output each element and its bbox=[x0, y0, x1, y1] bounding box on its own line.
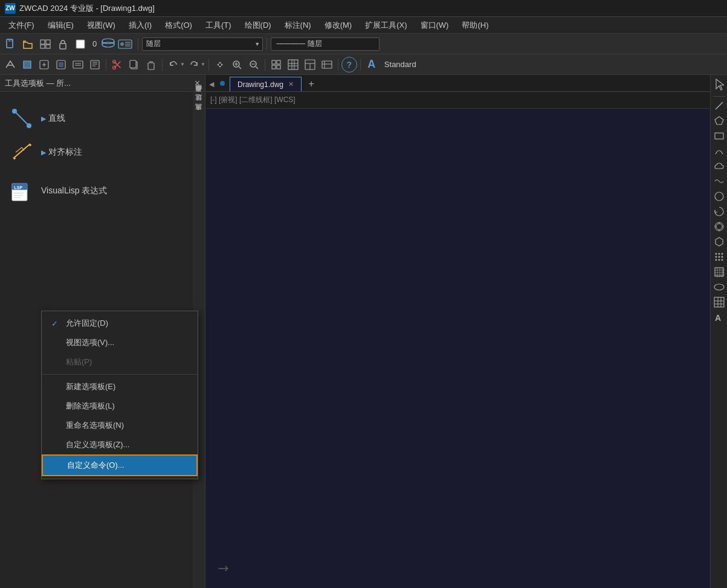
lsp-label: VisualLisp 表达式 bbox=[41, 186, 107, 196]
toolbar2-sep6 bbox=[360, 59, 361, 71]
layer-dropdown-container[interactable] bbox=[100, 37, 134, 51]
menu-modify[interactable]: 修改(M) bbox=[318, 18, 358, 33]
circle-tool[interactable] bbox=[712, 189, 726, 204]
line-tool-right[interactable] bbox=[712, 99, 726, 113]
help-button[interactable]: ? bbox=[341, 57, 357, 73]
svg-line-39 bbox=[256, 66, 258, 69]
tb1-btn3[interactable] bbox=[37, 36, 53, 52]
pan-button[interactable] bbox=[212, 57, 228, 73]
rectangle-tool[interactable] bbox=[712, 129, 726, 143]
menu-file[interactable]: 文件(F) bbox=[2, 18, 40, 33]
ctx-rename-palette[interactable]: 重命名选项板(N) bbox=[42, 416, 198, 435]
tb1-btn5[interactable] bbox=[73, 36, 88, 52]
snapshot-tool[interactable] bbox=[712, 219, 726, 234]
ctx-customize-palette[interactable]: 自定义选项板(Z)... bbox=[42, 435, 198, 454]
arrow-tool[interactable] bbox=[712, 77, 726, 92]
tb2-btn5[interactable] bbox=[70, 57, 86, 73]
help-icon: ? bbox=[347, 60, 352, 69]
drawing1-tab-close[interactable]: ✕ bbox=[288, 80, 294, 88]
menu-extend[interactable]: 扩展工具(X) bbox=[359, 18, 413, 33]
ellipse-tool[interactable] bbox=[712, 280, 726, 294]
main-area: 工具选项板 — 所... × ▶ 直线 bbox=[0, 75, 727, 588]
partial-circle-tool[interactable] bbox=[712, 204, 726, 219]
undo-arrow[interactable]: ▼ bbox=[180, 62, 185, 67]
ctx-new-palette[interactable]: 新建选项板(E) bbox=[42, 377, 198, 396]
tb2-layout[interactable] bbox=[302, 57, 318, 73]
hatch-tool[interactable] bbox=[712, 265, 726, 279]
menu-help[interactable]: 帮助(H) bbox=[456, 18, 494, 33]
arc-tool[interactable] bbox=[712, 144, 726, 158]
hexagon-tool[interactable] bbox=[712, 234, 726, 249]
ctx-delete-palette[interactable]: 删除选项板(L) bbox=[42, 396, 198, 416]
side-tab-hatch[interactable]: 填充库 bbox=[193, 111, 205, 121]
zoom-button[interactable] bbox=[229, 57, 245, 73]
undo-button[interactable] bbox=[166, 57, 181, 73]
redo-button[interactable] bbox=[186, 57, 202, 73]
tb2-layer-props[interactable] bbox=[319, 57, 335, 73]
svg-point-88 bbox=[718, 259, 720, 261]
tb2-btn1[interactable] bbox=[2, 57, 18, 73]
menu-edit[interactable]: 编辑(E) bbox=[42, 18, 80, 33]
zoom-window-button[interactable] bbox=[246, 57, 262, 73]
ctx-delete-palette-label: 删除选项板(L) bbox=[66, 401, 115, 412]
drawing-tabs: ◀ Drawing1.dwg ✕ + bbox=[205, 75, 710, 92]
tb2-btn2[interactable] bbox=[19, 57, 35, 73]
menu-format[interactable]: 格式(O) bbox=[159, 18, 198, 33]
tb2-btn6[interactable] bbox=[87, 57, 103, 73]
tb2-btn3[interactable] bbox=[36, 57, 52, 73]
menu-annotate[interactable]: 标注(N) bbox=[279, 18, 317, 33]
paste-button[interactable] bbox=[143, 57, 159, 73]
tab-scroll-left[interactable]: ◀ bbox=[205, 77, 218, 91]
panel-item-align[interactable]: ▶ 对齐标注 bbox=[7, 135, 198, 169]
tb2-grid[interactable] bbox=[268, 57, 284, 73]
svg-point-58 bbox=[27, 123, 31, 128]
svg-rect-44 bbox=[277, 65, 280, 69]
lock-button[interactable] bbox=[55, 36, 71, 52]
menu-window[interactable]: 窗口(W) bbox=[415, 18, 455, 33]
cut-button[interactable] bbox=[109, 57, 125, 73]
svg-marker-71 bbox=[715, 117, 723, 124]
panel-item-lsp[interactable]: LSP VisualLisp 表达式 bbox=[7, 174, 198, 208]
svg-rect-98 bbox=[714, 297, 724, 307]
svg-point-84 bbox=[715, 256, 717, 258]
redo-arrow[interactable]: ▼ bbox=[201, 62, 205, 67]
drawing1-tab[interactable]: Drawing1.dwg ✕ bbox=[230, 77, 302, 91]
side-tab-architecture[interactable]: 建筑 bbox=[193, 102, 205, 111]
ctx-paste[interactable]: 粘贴(P) bbox=[42, 352, 198, 372]
svg-text:LSP: LSP bbox=[14, 185, 22, 190]
side-tab-commands[interactable]: 命令工具样例 bbox=[193, 92, 205, 102]
line-style-dropdown[interactable]: ———— 随层 bbox=[271, 37, 380, 51]
menu-insert[interactable]: 插入(I) bbox=[123, 18, 158, 33]
new-file-button[interactable] bbox=[2, 36, 18, 52]
copy-button[interactable] bbox=[126, 57, 142, 73]
tb2-grid2[interactable] bbox=[285, 57, 301, 73]
svg-rect-4 bbox=[46, 40, 50, 44]
panel-close-button[interactable]: × bbox=[195, 78, 200, 89]
table-tool[interactable] bbox=[712, 295, 726, 309]
svg-point-73 bbox=[715, 192, 723, 201]
ctx-customize-command[interactable]: 自定义命令(O)... bbox=[42, 454, 198, 476]
menu-tools[interactable]: 工具(T) bbox=[199, 18, 237, 33]
svg-rect-32 bbox=[130, 60, 136, 68]
svg-line-57 bbox=[15, 111, 29, 126]
spline-tool[interactable] bbox=[712, 174, 726, 189]
new-tab-button[interactable]: + bbox=[304, 77, 318, 91]
panel-item-line[interactable]: ▶ 直线 bbox=[7, 102, 198, 135]
layer-name-dropdown[interactable]: 随层 ▼ bbox=[142, 37, 263, 51]
line-tool-icon bbox=[10, 106, 34, 131]
cloud-tool[interactable] bbox=[712, 159, 726, 173]
tb2-btn4[interactable] bbox=[53, 57, 69, 73]
menu-view[interactable]: 视图(W) bbox=[81, 18, 121, 33]
text-tool[interactable]: A bbox=[712, 310, 726, 325]
drawing-canvas[interactable]: ↗ bbox=[205, 109, 710, 588]
point-tool[interactable] bbox=[712, 250, 726, 264]
ctx-allow-dock[interactable]: ✓ 允许固定(D) bbox=[42, 314, 198, 333]
svg-line-59 bbox=[13, 144, 30, 158]
open-file-button[interactable] bbox=[20, 36, 36, 52]
polygon-tool[interactable] bbox=[712, 114, 726, 128]
svg-rect-22 bbox=[73, 61, 83, 68]
svg-marker-80 bbox=[716, 237, 723, 246]
svg-rect-72 bbox=[715, 133, 723, 139]
ctx-view-options[interactable]: 视图选项(V)... bbox=[42, 333, 198, 352]
menu-draw[interactable]: 绘图(D) bbox=[239, 18, 277, 33]
